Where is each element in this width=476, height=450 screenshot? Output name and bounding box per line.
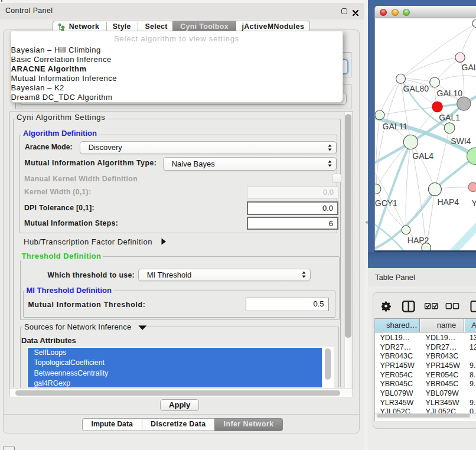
svg-text:HAP2: HAP2: [407, 236, 429, 245]
svg-text:GAL80: GAL80: [403, 84, 429, 93]
svg-text:GAL1: GAL1: [439, 113, 460, 122]
svg-text:GAL11: GAL11: [382, 122, 407, 131]
svg-text:GAL10: GAL10: [436, 89, 462, 98]
svg-text:GAL2: GAL2: [461, 63, 476, 73]
svg-text:GCY1: GCY1: [375, 198, 397, 208]
svg-text:GAL4: GAL4: [412, 151, 433, 161]
svg-text:YM: YM: [471, 198, 476, 208]
svg-text:SWI4: SWI4: [451, 136, 471, 146]
svg-text:HAP4: HAP4: [437, 198, 459, 207]
